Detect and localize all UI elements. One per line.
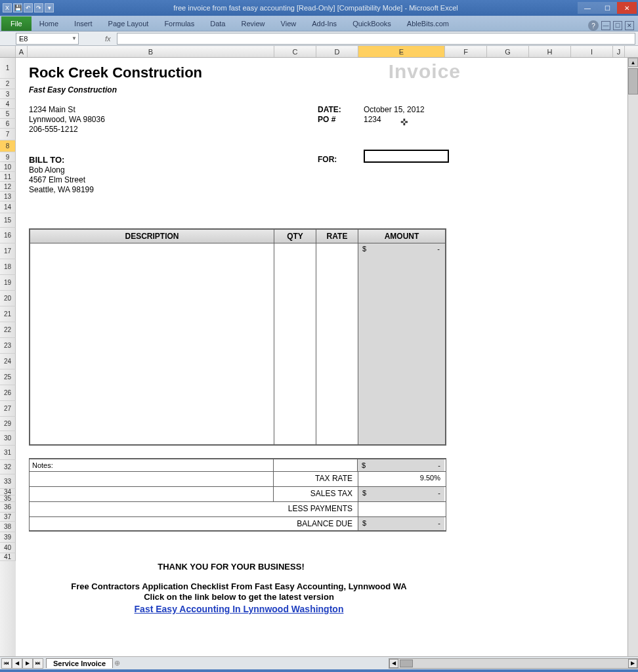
undo-icon[interactable]: ↶ — [24, 3, 33, 12]
row-header-24[interactable]: 24 — [0, 354, 16, 369]
row-header-10[interactable]: 10 — [0, 162, 16, 172]
less-payments-value[interactable] — [358, 502, 444, 516]
column-header-H[interactable]: H — [529, 46, 571, 57]
row-header-13[interactable]: 13 — [0, 192, 16, 201]
select-all-corner[interactable] — [0, 46, 16, 57]
tab-nav-first-icon[interactable]: ⏮ — [1, 658, 12, 669]
scroll-right-icon[interactable]: ▶ — [628, 659, 637, 668]
help-icon[interactable]: ? — [588, 20, 599, 31]
column-header-D[interactable]: D — [316, 46, 358, 57]
row-header-21[interactable]: 21 — [0, 306, 16, 322]
row-header-3[interactable]: 3 — [0, 89, 16, 99]
notes-body[interactable] — [30, 472, 274, 486]
row-header-8[interactable]: 8 — [0, 140, 16, 152]
row-header-25[interactable]: 25 — [0, 369, 16, 385]
worksheet[interactable]: Rock Creek Construction Invoice Fast Eas… — [16, 58, 638, 656]
formula-input[interactable] — [117, 33, 635, 45]
row-header-20[interactable]: 20 — [0, 291, 16, 306]
file-tab[interactable]: File — [1, 16, 32, 31]
row-header-38[interactable]: 38 — [0, 522, 16, 532]
name-box-dropdown-icon[interactable]: ▼ — [72, 35, 77, 41]
row-header-27[interactable]: 27 — [0, 401, 16, 417]
row-header-1[interactable]: 1 — [0, 58, 16, 79]
qat-dropdown-icon[interactable]: ▾ — [45, 3, 54, 12]
fx-icon[interactable]: fx — [105, 35, 117, 43]
vertical-scrollbar[interactable]: ▲ — [627, 58, 638, 656]
tax-rate-value[interactable]: 9.50% — [358, 472, 444, 486]
qty-column[interactable] — [274, 243, 316, 444]
tab-ablebits[interactable]: AbleBits.com — [399, 16, 457, 31]
horizontal-scrollbar[interactable]: ◀ ▶ — [389, 658, 638, 669]
row-header-33[interactable]: 33 — [0, 474, 16, 489]
row-header-7[interactable]: 7 — [0, 129, 16, 140]
column-header-A[interactable]: A — [16, 46, 28, 57]
tab-page-layout[interactable]: Page Layout — [100, 16, 157, 31]
column-header-G[interactable]: G — [487, 46, 529, 57]
ribbon-close-icon[interactable]: ✕ — [625, 21, 634, 30]
row-header-31[interactable]: 31 — [0, 446, 16, 460]
row-header-23[interactable]: 23 — [0, 338, 16, 354]
column-header-E[interactable]: E — [358, 46, 445, 57]
row-header-18[interactable]: 18 — [0, 259, 16, 275]
tab-nav-prev-icon[interactable]: ◀ — [12, 658, 22, 669]
tab-formulas[interactable]: Formulas — [156, 16, 202, 31]
tab-insert[interactable]: Insert — [66, 16, 100, 31]
tab-review[interactable]: Review — [233, 16, 272, 31]
row-header-19[interactable]: 19 — [0, 275, 16, 291]
tab-nav-next-icon[interactable]: ▶ — [22, 658, 33, 669]
row-header-9[interactable]: 9 — [0, 152, 16, 162]
row-header-12[interactable]: 12 — [0, 182, 16, 192]
column-header-B[interactable]: B — [28, 46, 274, 57]
scroll-thumb[interactable] — [628, 68, 638, 94]
tab-quickbooks[interactable]: QuickBooks — [345, 16, 399, 31]
row-header-14[interactable]: 14 — [0, 201, 16, 213]
new-sheet-icon[interactable]: ⊕ — [114, 659, 120, 667]
tab-data[interactable]: Data — [202, 16, 233, 31]
column-header-I[interactable]: I — [571, 46, 613, 57]
row-header-41[interactable]: 41 — [0, 553, 16, 561]
row-header-17[interactable]: 17 — [0, 243, 16, 259]
save-icon[interactable]: 💾 — [13, 3, 22, 12]
tab-home[interactable]: Home — [32, 16, 66, 31]
maximize-button[interactable]: ☐ — [597, 2, 617, 14]
active-cell[interactable] — [364, 150, 449, 163]
tab-view[interactable]: View — [273, 16, 305, 31]
amount-column[interactable]: $ - — [358, 243, 445, 444]
row-header-30[interactable]: 30 — [0, 431, 16, 446]
row-header-5[interactable]: 5 — [0, 109, 16, 119]
redo-icon[interactable]: ↷ — [34, 3, 43, 12]
row-header-4[interactable]: 4 — [0, 99, 16, 109]
scroll-up-icon[interactable]: ▲ — [628, 58, 638, 67]
row-header-16[interactable]: 16 — [0, 228, 16, 243]
row-header-11[interactable]: 11 — [0, 172, 16, 182]
row-header-26[interactable]: 26 — [0, 385, 16, 401]
tab-nav-last-icon[interactable]: ⏭ — [33, 658, 43, 669]
row-header-36[interactable]: 36 — [0, 502, 16, 513]
row-header-40[interactable]: 40 — [0, 543, 16, 553]
row-header-39[interactable]: 39 — [0, 532, 16, 543]
row-header-6[interactable]: 6 — [0, 119, 16, 129]
row-header-37[interactable]: 37 — [0, 513, 16, 522]
excel-icon[interactable]: X — [3, 3, 12, 12]
tab-addins[interactable]: Add-Ins — [304, 16, 345, 31]
row-header-32[interactable]: 32 — [0, 460, 16, 474]
column-header-C[interactable]: C — [274, 46, 316, 57]
scroll-left-icon[interactable]: ◀ — [389, 659, 398, 668]
row-header-15[interactable]: 15 — [0, 213, 16, 228]
sheet-tab[interactable]: Service Invoice — [46, 658, 113, 668]
row-header-35[interactable]: 35 — [0, 495, 16, 502]
close-button[interactable]: ✕ — [617, 2, 637, 14]
notes-label[interactable]: Notes: — [30, 459, 274, 471]
row-header-29[interactable]: 29 — [0, 417, 16, 431]
ribbon-minimize-icon[interactable]: — — [601, 21, 610, 30]
row-header-2[interactable]: 2 — [0, 79, 16, 89]
name-box[interactable]: E8 ▼ — [16, 33, 79, 45]
rate-column[interactable] — [316, 243, 358, 444]
row-header-22[interactable]: 22 — [0, 322, 16, 338]
column-header-J[interactable]: J — [613, 46, 625, 57]
hscroll-thumb[interactable] — [400, 660, 413, 667]
column-header-F[interactable]: F — [445, 46, 487, 57]
ribbon-restore-icon[interactable]: ☐ — [613, 21, 622, 30]
promo-link[interactable]: Fast Easy Accounting In Lynnwood Washing… — [16, 604, 462, 614]
minimize-button[interactable]: — — [578, 2, 597, 14]
